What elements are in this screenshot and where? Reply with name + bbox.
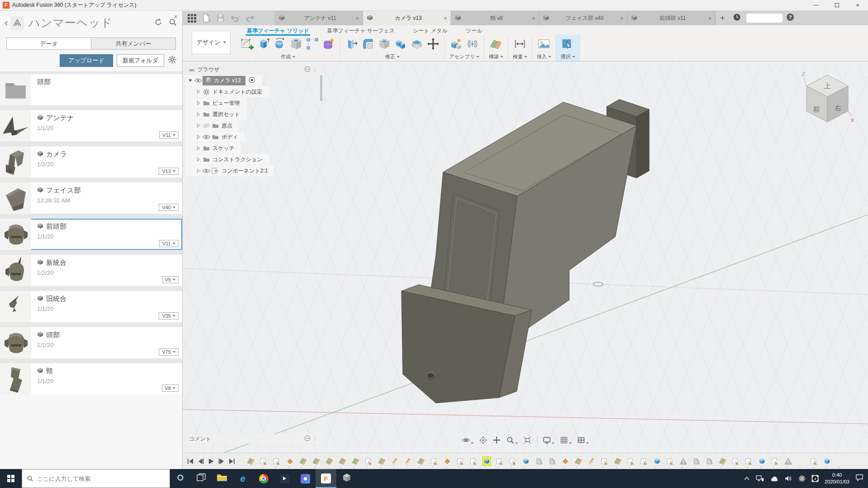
volume-icon[interactable]	[785, 475, 793, 482]
taskbar-clock[interactable]: 0:40 2020/01/03	[825, 472, 849, 485]
fillet-icon[interactable]	[361, 37, 375, 51]
tab-shared-members[interactable]: 共有メンバー	[91, 38, 175, 49]
browser-row[interactable]: ドキュメントの設定	[185, 86, 269, 97]
viewport-3d[interactable]: «« ブラウザ ⋮ カメラ v13ドキュメントの設定ビュー管理選択セット原点ボデ…	[183, 61, 868, 453]
radio-selected-icon[interactable]	[248, 76, 255, 85]
offset-face-icon[interactable]	[410, 37, 424, 51]
file-explorer-icon[interactable]	[212, 469, 232, 488]
grid-settings-icon[interactable]	[560, 436, 572, 444]
gradient-app-icon[interactable]	[295, 469, 316, 488]
timeline-feature-plane-icon[interactable]	[378, 457, 386, 465]
expander-collapsed-icon[interactable]	[195, 146, 202, 150]
timeline-feature-plane-icon[interactable]	[719, 457, 726, 465]
network-icon[interactable]	[756, 475, 764, 482]
ribbon-group-label[interactable]: 検査	[513, 53, 527, 60]
close-tab-icon[interactable]: ×	[355, 15, 359, 22]
revolve-icon[interactable]	[273, 37, 287, 51]
timeline-feature-slant-icon[interactable]	[391, 457, 399, 465]
app-grid-icon[interactable]	[185, 12, 198, 24]
timeline-feature-sketch-icon[interactable]	[627, 457, 635, 465]
item-version-dropdown[interactable]: V5	[162, 276, 179, 283]
timeline-feature-sketch-icon[interactable]	[640, 457, 648, 465]
press-pull-icon[interactable]	[345, 37, 359, 51]
go-to-start-icon[interactable]	[187, 459, 193, 464]
timeline-feature-round-icon[interactable]	[706, 457, 713, 465]
timeline-feature-sketch-icon[interactable]	[509, 457, 517, 465]
expander-collapsed-icon[interactable]	[195, 169, 202, 173]
data-panel-item[interactable]: フェイス部12:26:31 AMV40	[0, 183, 182, 214]
help-icon[interactable]: ?	[786, 13, 794, 23]
ribbon-tab-sheet-metal[interactable]: シート メタル	[412, 26, 448, 35]
j-app-icon[interactable]: J	[811, 475, 819, 482]
ribbon-group-label[interactable]: アセンブリ	[449, 53, 479, 60]
timeline-feature-extrude-icon[interactable]	[522, 457, 530, 465]
select-icon[interactable]	[561, 37, 575, 51]
data-panel-item[interactable]: アンテナ1/1/20V11	[0, 110, 182, 141]
zoom-icon[interactable]	[506, 436, 518, 444]
item-version-dropdown[interactable]: V11	[159, 131, 179, 139]
data-panel-item[interactable]: 頭部1/1/20V75	[0, 327, 182, 358]
timeline-feature-sketch-icon[interactable]	[771, 457, 779, 465]
taskbar-search[interactable]	[22, 469, 170, 488]
timeline-feature-warning-icon[interactable]	[679, 457, 687, 465]
move-copy-icon[interactable]	[426, 37, 440, 51]
timeline-feature-sketch-icon[interactable]	[810, 457, 818, 465]
browser-row[interactable]: 選択セット	[185, 109, 246, 120]
timeline-feature-sketch-icon[interactable]	[745, 457, 753, 465]
timeline-feature-diamond-icon[interactable]	[443, 457, 451, 465]
expander-collapsed-icon[interactable]	[195, 157, 202, 162]
save-icon[interactable]	[214, 12, 227, 24]
timeline-feature-diamond-icon[interactable]	[286, 457, 294, 465]
browser-row[interactable]: ビュー管理	[185, 98, 246, 108]
timeline-feature-sketch-icon[interactable]	[732, 457, 740, 465]
timeline-feature-sketch-icon[interactable]	[496, 457, 504, 465]
browser-row[interactable]: コンストラクション	[185, 154, 269, 165]
browser-row[interactable]: カメラ v13	[185, 75, 262, 86]
play-icon[interactable]	[208, 459, 214, 464]
selected-node[interactable]: カメラ v13	[203, 76, 245, 85]
minimize-icon[interactable]	[806, 0, 826, 11]
step-forward-icon[interactable]	[218, 459, 225, 464]
expander-collapsed-icon[interactable]	[195, 135, 202, 139]
data-panel-item[interactable]: 頸1/1/20V8	[0, 363, 182, 394]
comment-bar[interactable]: コメント ⋮	[185, 434, 321, 444]
item-version-dropdown[interactable]: V40	[159, 204, 179, 211]
item-version-dropdown[interactable]: V11	[159, 240, 179, 247]
fit-icon[interactable]	[524, 436, 532, 444]
action-center-icon[interactable]	[855, 474, 863, 483]
ribbon-group-label[interactable]: 構築	[489, 53, 503, 60]
look-at-icon[interactable]	[479, 436, 487, 444]
pan-icon[interactable]	[493, 436, 501, 444]
workspace-selector[interactable]: デザイン	[192, 31, 231, 54]
back-chevron-icon[interactable]: ‹	[5, 17, 8, 29]
redo-icon[interactable]	[243, 12, 256, 24]
document-tab[interactable]: 頸 v8 ×	[451, 11, 539, 25]
ribbon-group-label[interactable]: 修正	[385, 53, 400, 60]
gray-app-icon[interactable]	[336, 469, 357, 488]
grip-icon[interactable]: ⋮	[312, 67, 317, 73]
timeline-feature-round-icon[interactable]	[693, 457, 700, 465]
ribbon-group-label[interactable]: 作成	[281, 53, 295, 60]
expander-collapsed-icon[interactable]	[195, 89, 202, 94]
task-view-icon[interactable]	[191, 469, 212, 488]
chrome-icon[interactable]	[253, 469, 274, 488]
timeline-feature-plane-icon[interactable]	[299, 457, 307, 465]
timeline-feature-sketch-icon[interactable]	[470, 457, 477, 465]
create-form-icon[interactable]	[322, 37, 335, 51]
expander-collapsed-icon[interactable]	[195, 101, 202, 105]
ribbon-tab-solid[interactable]: 基準フィーチャ ソリッド	[246, 26, 310, 35]
document-tab[interactable]: 前頭部 v11 ×	[627, 11, 716, 25]
timeline-feature-extrude-icon[interactable]	[653, 457, 661, 465]
item-version-dropdown[interactable]: V35	[159, 312, 179, 319]
timeline-feature-extrude-icon[interactable]	[758, 457, 766, 465]
timeline-feature-plane-icon[interactable]	[417, 457, 425, 465]
chevron-up-icon[interactable]	[744, 476, 750, 481]
windows-start-icon[interactable]	[0, 469, 22, 488]
step-back-icon[interactable]	[198, 459, 204, 464]
timeline-feature-sketch-icon[interactable]	[273, 457, 281, 465]
close-tab-icon[interactable]: ×	[620, 15, 623, 22]
item-version-dropdown[interactable]: V75	[159, 348, 179, 356]
timeline-feature-plane-icon[interactable]	[575, 457, 582, 465]
onedrive-icon[interactable]	[770, 476, 779, 482]
autodesk-logo-icon[interactable]	[10, 16, 24, 30]
